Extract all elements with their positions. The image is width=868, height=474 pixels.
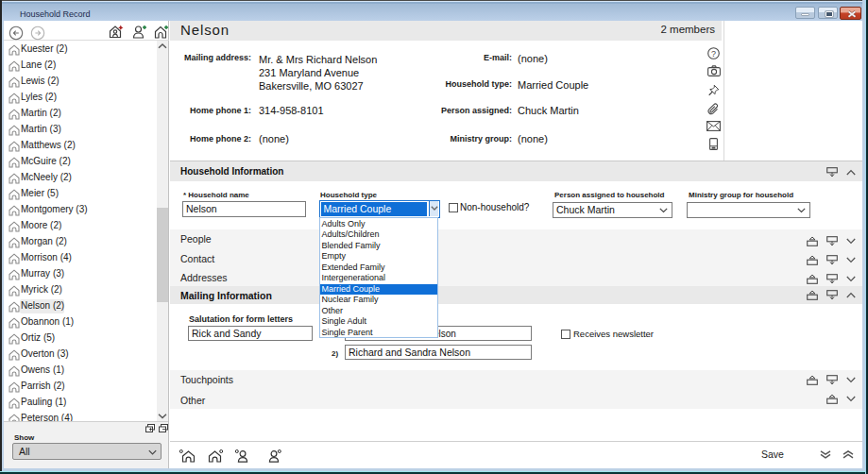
svg-text:?: ? — [711, 49, 716, 59]
